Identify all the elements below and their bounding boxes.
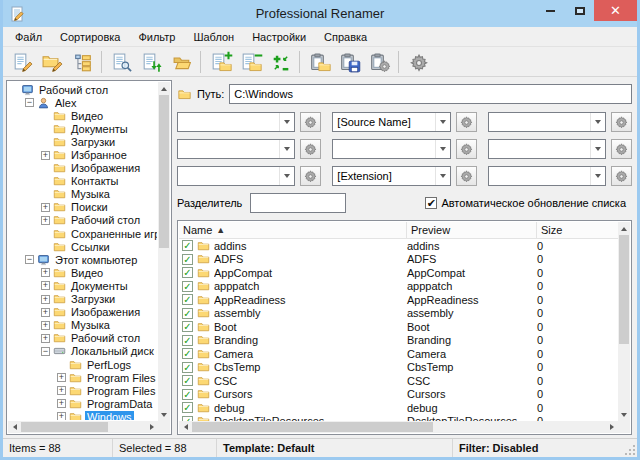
tree-item[interactable]: +ProgramData [9, 397, 157, 410]
scroll-right-icon[interactable] [146, 421, 158, 433]
chevron-down-icon[interactable] [435, 140, 450, 158]
chevron-down-icon[interactable] [590, 167, 605, 185]
tree-hscroll-thumb[interactable] [21, 422, 108, 432]
rule-settings-button[interactable] [611, 139, 632, 159]
tree-item[interactable]: Документы [9, 122, 157, 135]
row-checkbox[interactable]: ✓ [182, 348, 193, 359]
tree-item[interactable]: PerfLogs [9, 358, 157, 371]
expand-icon[interactable]: + [41, 203, 50, 212]
tree-item[interactable]: +Документы [9, 279, 157, 292]
rule-combo-r1c3[interactable] [488, 112, 606, 132]
add-items-button[interactable] [205, 49, 235, 75]
rule-combo-r2c1[interactable] [177, 139, 295, 159]
tree-item[interactable]: −Этот компьютер [9, 253, 157, 266]
rule-combo-r2c2[interactable] [332, 139, 450, 159]
rule-settings-button[interactable] [300, 139, 321, 159]
rename-structure-button[interactable] [67, 49, 97, 75]
table-row[interactable]: ✓debugdebug0 [179, 401, 618, 415]
rename-files-button[interactable] [7, 49, 37, 75]
table-row[interactable]: ✓ADFSADFS0 [179, 253, 618, 267]
tree-item[interactable]: −Alex [9, 96, 157, 109]
list-hscroll-thumb[interactable] [192, 422, 433, 432]
open-folder-button[interactable] [166, 49, 196, 75]
rename-folders-button[interactable] [37, 49, 67, 75]
selection-toggle-button[interactable] [265, 49, 295, 75]
table-row[interactable]: ✓BrandingBranding0 [179, 334, 618, 348]
table-row[interactable]: ✓BootBoot0 [179, 320, 618, 334]
settings-button[interactable] [403, 49, 433, 75]
menu-item-2[interactable]: Сортировка [51, 29, 129, 45]
row-checkbox[interactable]: ✓ [182, 308, 193, 319]
list-vscroll-thumb[interactable] [619, 235, 629, 344]
expand-icon[interactable]: + [57, 373, 66, 382]
column-header-name[interactable]: Name ▲ [179, 222, 407, 238]
row-checkbox[interactable]: ✓ [182, 375, 193, 386]
rule-settings-button[interactable] [300, 112, 321, 132]
tree-item[interactable]: +Program Files (x86) [9, 384, 157, 397]
rule-combo-r1c1[interactable] [177, 112, 295, 132]
row-checkbox[interactable]: ✓ [182, 281, 193, 292]
table-row[interactable]: ✓CSCCSC0 [179, 374, 618, 388]
scroll-left-icon[interactable] [8, 421, 20, 433]
scroll-down-icon[interactable] [618, 409, 630, 421]
tree-item[interactable]: Контакты [9, 175, 157, 188]
remove-items-button[interactable] [235, 49, 265, 75]
expand-icon[interactable]: + [41, 268, 50, 277]
chevron-down-icon[interactable] [435, 167, 450, 185]
row-checkbox[interactable]: ✓ [182, 389, 193, 400]
tree-item[interactable]: +Загрузки [9, 293, 157, 306]
tree-item[interactable]: Музыка [9, 188, 157, 201]
expand-icon[interactable]: + [57, 386, 66, 395]
chevron-down-icon[interactable] [279, 140, 294, 158]
table-row[interactable]: ✓CbsTempCbsTemp0 [179, 361, 618, 375]
expand-icon[interactable]: + [41, 308, 50, 317]
tree-item[interactable]: Изображения [9, 162, 157, 175]
collapse-icon[interactable]: − [41, 347, 50, 356]
rule-settings-button[interactable] [456, 112, 477, 132]
menu-item-4[interactable]: Шаблон [184, 29, 243, 45]
row-checkbox[interactable]: ✓ [182, 335, 193, 346]
tree-item[interactable]: +Музыка [9, 319, 157, 332]
chevron-down-icon[interactable] [279, 113, 294, 131]
rule-settings-button[interactable] [300, 166, 321, 186]
row-checkbox[interactable]: ✓ [182, 240, 193, 251]
column-header-size[interactable]: Size [537, 222, 618, 238]
row-checkbox[interactable]: ✓ [182, 321, 193, 332]
collapse-icon[interactable]: − [25, 255, 34, 264]
row-checkbox[interactable]: ✓ [182, 267, 193, 278]
auto-update-option[interactable]: ✔ Автоматическое обновление списка [425, 197, 626, 209]
table-row[interactable]: ✓apppatchapppatch0 [179, 280, 618, 294]
table-row[interactable]: ✓AppCompatAppCompat0 [179, 266, 618, 280]
chevron-down-icon[interactable] [279, 167, 294, 185]
tree-item[interactable]: Ссылки [9, 240, 157, 253]
save-list-button[interactable] [334, 49, 364, 75]
refresh-list-button[interactable] [136, 49, 166, 75]
tree-item[interactable]: +Избранное [9, 148, 157, 161]
resize-grip[interactable] [622, 439, 637, 457]
tree-item[interactable]: Видео [9, 109, 157, 122]
tree-item[interactable]: +Windows [9, 410, 157, 420]
menu-item-3[interactable]: Фильтр [129, 29, 184, 45]
tree-item[interactable]: +Рабочий стол [9, 214, 157, 227]
list-horizontal-scrollbar[interactable] [179, 421, 618, 433]
column-header-preview[interactable]: Preview [407, 222, 537, 238]
rule-settings-button[interactable] [611, 166, 632, 186]
table-row[interactable]: ✓assemblyassembly0 [179, 307, 618, 321]
tree-item[interactable]: Загрузки [9, 135, 157, 148]
rule-combo-r3c1[interactable] [177, 166, 295, 186]
preview-button[interactable] [106, 49, 136, 75]
minimize-button[interactable] [536, 0, 565, 21]
list-settings-button[interactable] [364, 49, 394, 75]
row-checkbox[interactable]: ✓ [182, 294, 193, 305]
tree-item[interactable]: +Program Files [9, 371, 157, 384]
separator-input[interactable] [250, 193, 346, 213]
tree-item[interactable]: +Изображения [9, 306, 157, 319]
maximize-button[interactable] [565, 0, 594, 21]
expand-icon[interactable]: + [41, 295, 50, 304]
tree-vertical-scrollbar[interactable] [158, 82, 170, 421]
tree-item[interactable]: +Поиски [9, 201, 157, 214]
expand-icon[interactable]: + [41, 151, 50, 160]
tree-item[interactable]: Рабочий стол [9, 83, 157, 96]
tree-vscroll-thumb[interactable] [159, 95, 169, 248]
chevron-down-icon[interactable] [590, 113, 605, 131]
